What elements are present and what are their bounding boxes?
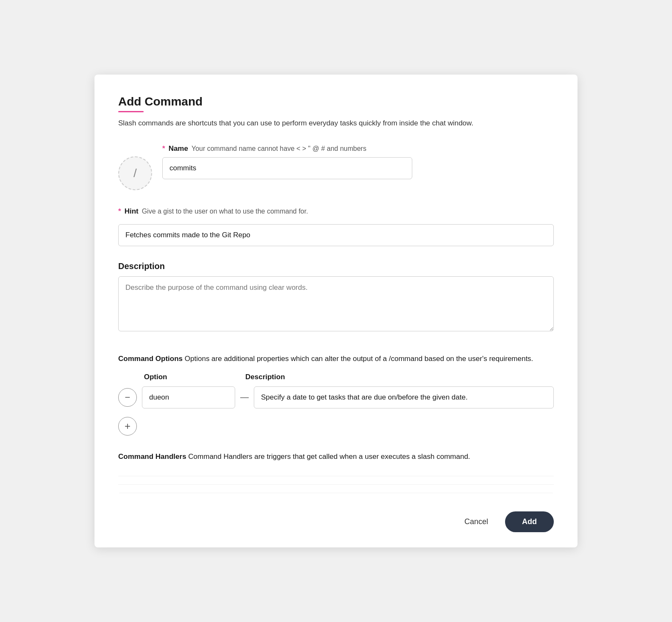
hint-label-text: Hint — [125, 207, 139, 216]
command-options-section: Command Options Options are additional p… — [118, 353, 554, 436]
name-label-text: Name — [169, 144, 188, 153]
modal-footer: Cancel Add — [456, 511, 554, 532]
add-option-button[interactable]: + — [118, 417, 137, 436]
plus-icon: + — [125, 420, 131, 432]
option-name-input[interactable] — [142, 386, 235, 408]
description-textarea[interactable] — [118, 276, 554, 331]
option-description-input[interactable] — [254, 386, 554, 408]
add-button[interactable]: Add — [505, 511, 554, 532]
name-label-hint: Your command name cannot have < > " @ # … — [192, 145, 367, 153]
command-handlers-label: Command Handlers — [118, 453, 186, 461]
hint-section: * Hint Give a gist to the user on what t… — [118, 207, 554, 246]
hint-input[interactable] — [118, 224, 554, 246]
command-options-hint-text: Options are additional properties which … — [185, 355, 533, 363]
command-handlers-section: Command Handlers Command Handlers are tr… — [118, 453, 554, 493]
minus-icon: − — [125, 392, 131, 403]
command-handlers-title: Command Handlers Command Handlers are tr… — [118, 453, 554, 461]
modal-title: Add Command — [118, 95, 554, 108]
command-options-header: Command Options Options are additional p… — [118, 353, 554, 364]
name-input[interactable] — [162, 157, 412, 179]
dash-separator: — — [240, 392, 249, 402]
hint-label-hint: Give a gist to the user on what to use t… — [142, 208, 308, 215]
remove-option-button[interactable]: − — [118, 388, 137, 407]
option-row: − — — [118, 386, 554, 408]
name-section: / * Name Your command name cannot have <… — [118, 144, 554, 190]
modal-subtitle: Slash commands are shortcuts that you ca… — [118, 119, 554, 128]
description-label: Description — [118, 261, 554, 271]
description-section: Description — [118, 261, 554, 333]
hint-required-marker: * — [118, 207, 121, 216]
handlers-content — [118, 468, 554, 493]
add-command-modal: Add Command Slash commands are shortcuts… — [94, 75, 578, 547]
name-required-marker: * — [162, 144, 165, 153]
column-header-option: Option — [118, 373, 237, 381]
name-input-wrapper: * Name Your command name cannot have < >… — [162, 144, 554, 179]
command-options-title: Command Options Options are additional p… — [118, 353, 554, 364]
cancel-button[interactable]: Cancel — [456, 512, 497, 531]
name-field-label: * Name Your command name cannot have < >… — [162, 144, 554, 153]
column-header-description: Description — [245, 373, 285, 381]
command-handlers-hint: Command Handlers are triggers that get c… — [188, 453, 470, 461]
options-columns: Option Description — [118, 373, 554, 381]
hint-field-label: * Hint Give a gist to the user on what t… — [118, 207, 554, 216]
command-options-label: Command Options — [118, 355, 183, 363]
slash-icon: / — [118, 156, 152, 190]
title-underline — [118, 111, 144, 112]
